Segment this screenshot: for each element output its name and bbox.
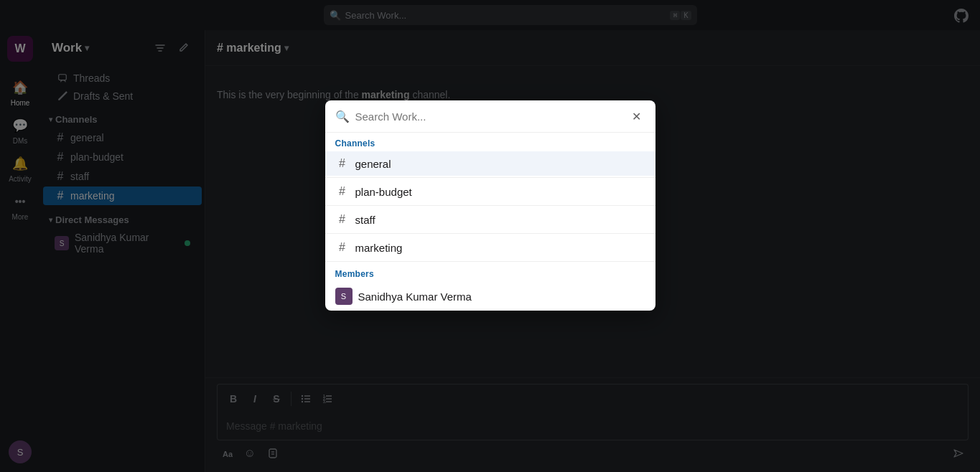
result-separator [325,205,655,206]
channel-result-hash-icon: # [335,185,350,198]
result-separator [325,261,655,262]
members-section-label: Members [325,263,655,282]
search-result-sanidhya[interactable]: S Sanidhya Kumar Verma [325,282,655,311]
member-avatar: S [335,288,353,305]
modal-search-icon: 🔍 [335,110,350,123]
channel-result-hash-icon: # [335,213,350,226]
modal-search-input[interactable] [355,110,622,123]
search-result-plan-budget[interactable]: # plan-budget [325,179,655,204]
channel-result-hash-icon: # [335,241,350,254]
modal-close-button[interactable]: ✕ [628,108,645,125]
search-result-general[interactable]: # general [325,151,655,176]
result-separator [325,233,655,234]
search-overlay[interactable]: 🔍 ✕ Channels # general # plan-budget # s… [0,0,980,472]
search-results: Channels # general # plan-budget # staff… [325,133,655,311]
search-modal: 🔍 ✕ Channels # general # plan-budget # s… [325,100,655,311]
channel-result-hash-icon: # [335,157,350,170]
channels-section-label: Channels [325,133,655,151]
search-result-marketing[interactable]: # marketing [325,235,655,260]
search-result-staff[interactable]: # staff [325,207,655,232]
search-modal-header: 🔍 ✕ [325,100,655,133]
result-separator [325,177,655,178]
